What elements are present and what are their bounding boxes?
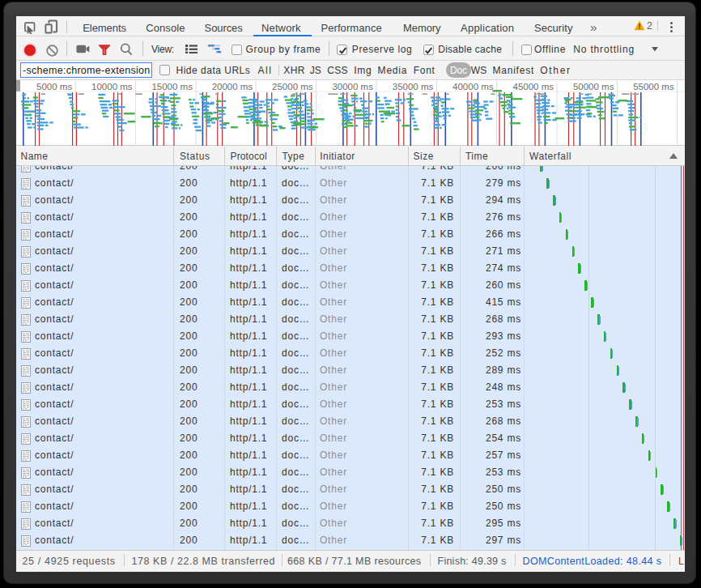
svg-text:35000 ms: 35000 ms xyxy=(393,82,434,92)
svg-text:10000 ms: 10000 ms xyxy=(91,82,133,92)
svg-text:30000 ms: 30000 ms xyxy=(332,82,373,92)
svg-text:50000 ms: 50000 ms xyxy=(573,82,614,92)
svg-text:55000 ms: 55000 ms xyxy=(633,82,674,92)
svg-text:20000 ms: 20000 ms xyxy=(212,82,253,92)
svg-text:25000 ms: 25000 ms xyxy=(272,82,313,92)
svg-text:5000 ms: 5000 ms xyxy=(36,82,72,92)
svg-text:15000 ms: 15000 ms xyxy=(151,82,193,92)
svg-text:40000 ms: 40000 ms xyxy=(452,82,494,92)
svg-text:45000 ms: 45000 ms xyxy=(512,82,554,92)
